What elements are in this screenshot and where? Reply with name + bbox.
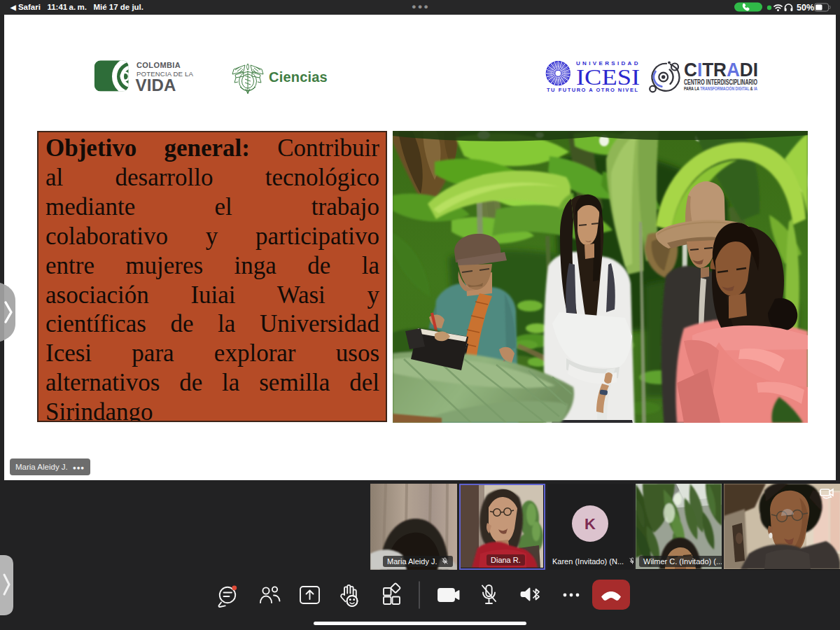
- svg-text:CITRADI: CITRADI: [684, 59, 758, 80]
- svg-text:COLOMBIA: COLOMBIA: [136, 61, 181, 69]
- svg-text:VIDA: VIDA: [136, 76, 176, 94]
- svg-text:K: K: [584, 515, 596, 533]
- svg-text:ICESI: ICESI: [576, 65, 640, 90]
- svg-text:TU FUTURO A OTRO NIVEL: TU FUTURO A OTRO NIVEL: [547, 87, 639, 93]
- svg-text:Ciencias: Ciencias: [269, 69, 328, 85]
- svg-text:PARA LA TRANSFORMACIÓN DIGITAL: PARA LA TRANSFORMACIÓN DIGITAL & IA: [684, 85, 757, 92]
- svg-text:50%: 50%: [797, 3, 814, 13]
